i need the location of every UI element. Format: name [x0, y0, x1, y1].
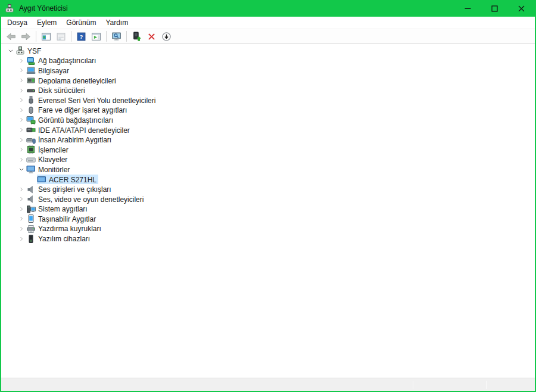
tree-item-ses-giri-leri-ve-k-lar[interactable]: Ses girişleri ve çıkışları — [1, 184, 535, 194]
row-body[interactable]: Klavyeler — [26, 155, 69, 164]
tree-item-evrensel-seri-veri-yolu-denetleyicileri[interactable]: Evrensel Seri Veri Yolu denetleyicileri — [1, 95, 535, 105]
svg-text:?: ? — [80, 33, 83, 40]
tree-item-label: Yazdırma kuyrukları — [38, 224, 101, 233]
show-console-tree-button[interactable] — [39, 30, 54, 43]
tree-item-a-ba-da-t-r-c-lar[interactable]: Ağ bağdaştırıcıları — [1, 56, 535, 66]
chevron-right-icon[interactable] — [17, 125, 26, 135]
minimize-button[interactable] — [454, 0, 481, 17]
row-body[interactable]: İşlemciler — [26, 145, 70, 154]
scan-hardware-changes-button[interactable] — [109, 30, 124, 43]
device-manager-icon — [15, 46, 25, 55]
chevron-down-icon[interactable] — [17, 164, 26, 174]
close-icon — [518, 5, 525, 12]
chevron-right-icon[interactable] — [17, 76, 26, 85]
statusbar — [1, 378, 535, 391]
tree-item-depolama-denetleyicileri[interactable]: Depolama denetleyicileri — [1, 76, 535, 86]
row-body[interactable]: Fare ve diğer işaret aygıtları — [26, 105, 129, 115]
menu-item-yardım[interactable]: Yardım — [101, 17, 133, 28]
window-controls — [454, 0, 535, 17]
back-button[interactable] — [4, 30, 18, 43]
row-body[interactable]: Depolama denetleyicileri — [26, 76, 118, 85]
row-body[interactable]: YSF — [15, 46, 43, 55]
chevron-right-icon[interactable] — [17, 214, 26, 223]
tree-item-yazd-rma-kuyruklar[interactable]: Yazdırma kuyrukları — [1, 224, 535, 234]
tree-item-yaz-l-m-cihazlar[interactable]: Yazılım cihazları — [1, 234, 535, 244]
tree-item-fare-ve-di-er-i-aret-ayg-tlar[interactable]: Fare ve diğer işaret aygıtları — [1, 105, 535, 116]
menu-item-dosya[interactable]: Dosya — [2, 17, 32, 28]
update-driver-icon — [132, 32, 142, 42]
tree-item-label: Ses girişleri ve çıkışları — [38, 185, 111, 194]
speaker-icon — [26, 194, 36, 204]
chevron-right-icon[interactable] — [17, 56, 26, 66]
tree-item-ses-video-ve-oyun-denetleyicileri[interactable]: Ses, video ve oyun denetleyicileri — [1, 194, 535, 204]
row-body[interactable]: Ses, video ve oyun denetleyicileri — [26, 194, 145, 204]
update-driver-button[interactable] — [129, 30, 144, 43]
properties-button[interactable] — [54, 30, 68, 43]
tree-item-ide-ata-atapi-denetleyiciler[interactable]: IDE ATA/ATAPI denetleyiciler — [1, 125, 535, 135]
usb-controller-icon — [26, 95, 36, 105]
row-body[interactable]: Ağ bağdaştırıcıları — [26, 56, 98, 66]
row-body[interactable]: İnsan Arabirim Aygıtları — [26, 135, 113, 145]
tree-item-i-nsan-arabirim-ayg-tlar[interactable]: İnsan Arabirim Aygıtları — [1, 135, 535, 145]
chevron-right-icon[interactable] — [17, 145, 26, 154]
show-action-pane-button[interactable] — [89, 30, 104, 43]
chevron-right-icon[interactable] — [17, 204, 26, 214]
chevron-right-icon[interactable] — [17, 194, 26, 204]
disable-device-button[interactable] — [159, 30, 174, 43]
chevron-right-icon[interactable] — [17, 115, 26, 125]
tree-item-disk-s-r-c-leri[interactable]: Disk sürücüleri — [1, 85, 535, 95]
tree-item-klavyeler[interactable]: Klavyeler — [1, 155, 535, 165]
chevron-spacer — [27, 175, 37, 184]
maximize-icon — [491, 5, 498, 12]
console-tree-icon — [41, 32, 51, 42]
tree-item-label: Monitörler — [38, 165, 70, 174]
properties-icon — [56, 32, 66, 42]
chevron-right-icon[interactable] — [17, 105, 26, 115]
row-body[interactable]: IDE ATA/ATAPI denetleyiciler — [26, 125, 132, 135]
tree-item-bilgisayar[interactable]: Bilgisayar — [1, 66, 535, 76]
tree-item-monit-rler[interactable]: Monitörler — [1, 164, 535, 175]
selected-row-body[interactable]: ACER S271HL — [37, 175, 98, 184]
titlebar: Aygıt Yöneticisi — [1, 0, 535, 17]
row-body[interactable]: Yazılım cihazları — [26, 234, 92, 244]
uninstall-device-button[interactable] — [144, 30, 159, 43]
forward-button[interactable] — [18, 30, 33, 43]
disk-drive-icon — [26, 86, 36, 95]
row-body[interactable]: Taşınabilir Aygıtlar — [26, 214, 98, 223]
minimize-icon — [465, 5, 471, 12]
toolbar: ? — [1, 29, 535, 44]
row-body[interactable]: Evrensel Seri Veri Yolu denetleyicileri — [26, 95, 157, 105]
tree-item-i-lemciler[interactable]: İşlemciler — [1, 145, 535, 155]
row-body[interactable]: Monitörler — [26, 164, 71, 174]
chevron-right-icon[interactable] — [17, 185, 26, 194]
tree-item-sistem-ayg-tlar[interactable]: Sistem aygıtları — [1, 204, 535, 214]
tree-item-label: Fare ve diğer işaret aygıtları — [38, 105, 127, 114]
row-body[interactable]: Yazdırma kuyrukları — [26, 224, 103, 234]
chevron-right-icon[interactable] — [17, 234, 26, 244]
chevron-right-icon[interactable] — [17, 86, 26, 95]
row-body[interactable]: Sistem aygıtları — [26, 204, 89, 214]
tree-item-ta-nabilir-ayg-tlar[interactable]: Taşınabilir Aygıtlar — [1, 214, 535, 224]
chevron-down-icon[interactable] — [6, 46, 15, 55]
menu-item-eylem[interactable]: Eylem — [32, 17, 61, 28]
chevron-right-icon[interactable] — [17, 135, 26, 145]
tree-item-g-r-nt-ba-da-t-r-c-lar[interactable]: Görüntü bağdaştırıcıları — [1, 115, 535, 125]
tree-item-acer-s271hl[interactable]: ACER S271HL — [1, 175, 535, 185]
menu-item-görünüm[interactable]: Görünüm — [61, 17, 101, 28]
row-body[interactable]: Ses girişleri ve çıkışları — [26, 185, 113, 194]
help-button[interactable]: ? — [74, 30, 89, 43]
tree-item-ysf[interactable]: YSF — [1, 46, 535, 56]
tree-item-label: ACER S271HL — [49, 175, 96, 184]
chevron-right-icon[interactable] — [17, 95, 26, 105]
row-body[interactable]: Görüntü bağdaştırıcıları — [26, 115, 115, 125]
row-body[interactable]: Bilgisayar — [26, 66, 71, 75]
maximize-button[interactable] — [481, 0, 508, 17]
keyboard-icon — [26, 155, 36, 164]
chevron-right-icon[interactable] — [17, 155, 26, 164]
monitor-device-icon — [37, 175, 46, 184]
row-body[interactable]: Disk sürücüleri — [26, 86, 87, 95]
chevron-right-icon[interactable] — [17, 66, 26, 75]
close-button[interactable] — [508, 0, 535, 17]
chevron-right-icon[interactable] — [17, 224, 26, 234]
device-manager-window: Aygıt Yöneticisi DosyaEylemGörünümYardım… — [0, 0, 536, 392]
